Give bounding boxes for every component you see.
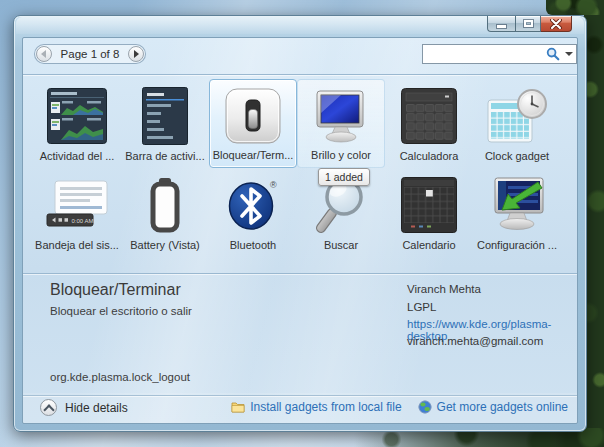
system-tray-icon: 0:00 AM bbox=[46, 171, 108, 239]
gadget-label: Brillo y color bbox=[311, 149, 371, 161]
previous-page-button[interactable] bbox=[36, 46, 52, 62]
search-options-dropdown[interactable] bbox=[561, 52, 576, 56]
gadget-label: Bloquear/Term... bbox=[213, 149, 294, 161]
install-local-link[interactable]: Install gadgets from local file bbox=[250, 400, 401, 414]
search-box bbox=[422, 44, 577, 64]
gadget-cell-clock-gadget[interactable]: Clock gadget bbox=[473, 79, 561, 168]
gadget-label: Bandeja del sis... bbox=[35, 239, 119, 251]
added-count-badge: 1 added bbox=[318, 168, 370, 186]
chevron-up-icon bbox=[43, 404, 54, 415]
page-navigator: Page 1 of 8 bbox=[34, 44, 146, 64]
close-button[interactable] bbox=[541, 16, 572, 32]
details-license: LGPL bbox=[407, 301, 436, 313]
gadget-grid: Actividad del ... Barra de activi bbox=[33, 79, 561, 257]
details-plugin-id: org.kde.plasma.lock_logout bbox=[50, 371, 190, 383]
gadget-label: Configuración ... bbox=[477, 239, 557, 251]
activity-bar-icon bbox=[142, 82, 188, 150]
registered-trademark: ® bbox=[270, 180, 277, 190]
close-icon bbox=[550, 19, 562, 29]
toolbar-separator bbox=[23, 74, 577, 75]
details-panel: Bloquear/Terminar Bloquear el escritorio… bbox=[23, 274, 577, 395]
maximize-icon bbox=[524, 20, 533, 27]
gadget-label: Calendario bbox=[402, 239, 455, 251]
gadget-cell-battery-vista[interactable]: Battery (Vista) bbox=[121, 168, 209, 257]
arrow-right-icon bbox=[134, 50, 139, 58]
footer-links: Install gadgets from local file Get more… bbox=[231, 400, 568, 414]
page-indicator: Page 1 of 8 bbox=[61, 48, 120, 60]
battery-icon bbox=[146, 171, 184, 239]
lock-logout-icon bbox=[224, 83, 282, 149]
gadget-label: Clock gadget bbox=[485, 150, 549, 162]
calculator-icon bbox=[401, 82, 457, 150]
hide-details-label[interactable]: Hide details bbox=[65, 401, 128, 415]
search-input[interactable] bbox=[423, 46, 544, 62]
clock-gadget-icon bbox=[486, 82, 548, 150]
globe-icon bbox=[418, 400, 432, 414]
gadget-label: Battery (Vista) bbox=[130, 239, 200, 251]
gadget-cell-bloquear-terminar[interactable]: Bloquear/Term... bbox=[209, 79, 297, 168]
wallpaper-foliage-top bbox=[546, 0, 604, 15]
gadget-cell-calculadora[interactable]: Calculadora bbox=[385, 79, 473, 168]
chevron-down-icon bbox=[565, 52, 573, 56]
folder-icon bbox=[231, 401, 245, 413]
calendar-grid-icon bbox=[401, 171, 457, 239]
bluetooth-icon: ® bbox=[226, 171, 280, 239]
search-button[interactable] bbox=[544, 47, 561, 61]
gadget-cell-brillo-y-color[interactable]: Brillo y color bbox=[297, 79, 385, 168]
details-author: Viranch Mehta bbox=[407, 283, 481, 295]
gadget-cell-configuracion[interactable]: Configuración ... bbox=[473, 168, 561, 257]
gadget-label: Actividad del ... bbox=[40, 150, 115, 162]
tray-clock-text: 0:00 AM bbox=[72, 218, 94, 224]
gadget-label: Calculadora bbox=[400, 150, 459, 162]
system-settings-icon bbox=[486, 171, 548, 239]
gadget-label: Bluetooth bbox=[230, 239, 276, 251]
maximize-button[interactable] bbox=[515, 16, 541, 32]
next-page-button[interactable] bbox=[128, 46, 144, 62]
gadget-cell-bluetooth[interactable]: ® Bluetooth bbox=[209, 168, 297, 257]
details-email: viranch.mehta@gmail.com bbox=[407, 335, 543, 347]
brightness-monitor-icon bbox=[312, 83, 370, 149]
gadget-cell-buscar[interactable]: 1 added Buscar bbox=[297, 168, 385, 257]
details-description: Bloquear el escritorio o salir bbox=[50, 305, 192, 317]
gadget-cell-bandeja-del-sistema[interactable]: 0:00 AM Bandeja del sis... bbox=[33, 168, 121, 257]
window-controls bbox=[487, 16, 572, 33]
gadget-cell-calendario[interactable]: Calendario bbox=[385, 168, 473, 257]
content-pane: Page 1 of 8 bbox=[22, 37, 578, 424]
gadget-cell-barra-de-actividades[interactable]: Barra de activi... bbox=[121, 79, 209, 168]
gadget-label: Barra de activi... bbox=[125, 150, 204, 162]
wallpaper-foliage-right bbox=[584, 0, 604, 447]
minimize-icon bbox=[497, 25, 506, 28]
hide-details-button[interactable] bbox=[40, 399, 57, 416]
footer-bar: Hide details Install gadgets from local … bbox=[23, 393, 577, 423]
search-icon bbox=[546, 47, 560, 61]
arrow-left-icon bbox=[41, 50, 46, 58]
gadget-label: Buscar bbox=[324, 239, 358, 251]
widget-explorer-window: Page 1 of 8 bbox=[13, 15, 587, 432]
disk-activity-icon bbox=[47, 82, 107, 150]
minimize-button[interactable] bbox=[487, 16, 515, 32]
details-title: Bloquear/Terminar bbox=[50, 281, 181, 299]
get-more-online-link[interactable]: Get more gadgets online bbox=[437, 400, 568, 414]
gadget-cell-actividad-del[interactable]: Actividad del ... bbox=[33, 79, 121, 168]
